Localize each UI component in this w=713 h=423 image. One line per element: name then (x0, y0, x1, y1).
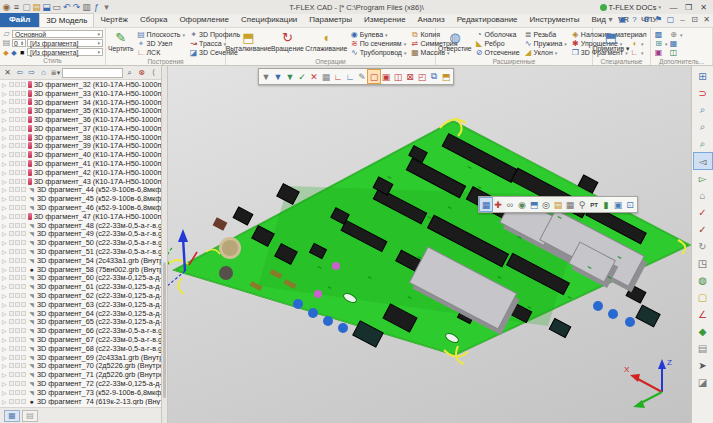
tab-tools[interactable]: Инструменты (524, 13, 586, 27)
visibility-toggle-icon[interactable] (21, 117, 26, 122)
visibility-toggle-icon[interactable] (9, 355, 14, 360)
pipe-button[interactable]: ∿Трубопровод▾ (349, 48, 408, 57)
visibility-icon[interactable]: ◉ (516, 198, 528, 211)
hole-button[interactable]: ◍Отверстие (438, 29, 472, 53)
expander-icon[interactable]: ▷ (2, 362, 9, 369)
visibility-toggle-icon[interactable] (9, 214, 14, 219)
visibility-toggle-icon[interactable] (9, 126, 14, 131)
visibility-toggle-icon[interactable] (15, 82, 20, 87)
full-view-check-button[interactable]: ✓ (694, 204, 712, 220)
visibility-toggle-icon[interactable] (15, 161, 20, 166)
qat-dropdown-icon[interactable]: ▾ (102, 3, 111, 12)
visibility-toggle-icon[interactable] (21, 135, 26, 140)
blue-capacitor[interactable] (323, 316, 333, 326)
style-select[interactable]: Основной▾ (12, 30, 103, 38)
view-next-button[interactable]: ▻ (694, 170, 712, 186)
visibility-toggle-icon[interactable] (21, 179, 26, 184)
capacitor-can[interactable] (219, 266, 233, 280)
visibility-toggle-icon[interactable] (15, 372, 20, 377)
expander-icon[interactable]: ▷ (2, 142, 9, 149)
relations-icon[interactable]: ∞ (504, 198, 516, 211)
expander-icon[interactable]: ▷ (2, 266, 9, 273)
app-logo-icon[interactable]: ◉ (2, 3, 11, 12)
visibility-toggle-icon[interactable] (21, 355, 26, 360)
tools-wrench-icon[interactable]: ⚲ (576, 198, 588, 211)
open-fragment-icon[interactable]: ▤ (552, 198, 564, 211)
visibility-toggle-icon[interactable] (9, 117, 14, 122)
visibility-toggle-icon[interactable] (9, 205, 14, 210)
cancel-selection-icon[interactable]: ✕ (308, 70, 320, 83)
tree-item[interactable]: ▷3D фрагмент_34 (К10-17А-Н50-1000пф-... (0, 98, 161, 107)
lcs-button[interactable]: ∟ЛСК (136, 48, 187, 57)
visibility-toggle-icon[interactable] (15, 249, 20, 254)
tree-item[interactable]: ▷◥3D фрагмент_65 (с22-33м-0,125-а-д-в.gr… (0, 318, 161, 327)
visibility-toggle-icon[interactable] (21, 91, 26, 96)
visibility-toggle-icon[interactable] (21, 249, 26, 254)
draft-button[interactable]: ◢Уклон▾ (523, 48, 568, 57)
visibility-toggle-icon[interactable] (15, 196, 20, 201)
visibility-toggle-icon[interactable] (21, 275, 26, 280)
pan-globe-button[interactable]: ◍ (694, 272, 712, 288)
visibility-toggle-icon[interactable] (15, 135, 20, 140)
preview-icon[interactable]: ▥ (82, 3, 91, 12)
parameters-table-icon[interactable]: ▦ (564, 198, 576, 211)
expander-icon[interactable]: ▷ (2, 213, 9, 220)
tree-item[interactable]: ▷◥3D фрагмент_48 (с22-33м-0,5-а-г-в.grb … (0, 221, 161, 230)
nav-forward-button[interactable]: ⇨ (26, 67, 37, 78)
tree-item[interactable]: ▷3D фрагмент_43 (К10-17А-Н50-1000пф-... (0, 177, 161, 186)
external-model-button[interactable]: ▩ (653, 30, 667, 39)
tree-item[interactable]: ▷3D фрагмент_37 (К10-17А-Н50-1000пф-... (0, 124, 161, 133)
visibility-toggle-icon[interactable] (15, 302, 20, 307)
doc-restore-icon[interactable]: ⊡ (689, 14, 700, 25)
visibility-toggle-icon[interactable] (21, 214, 26, 219)
tree-item[interactable]: ▷◥3D фрагмент_67 (с22-33м-0,5-а-г-в.grb … (0, 335, 161, 344)
visibility-toggle-icon[interactable] (15, 267, 20, 272)
perspective-box-button[interactable]: ◳ (694, 255, 712, 271)
render-material-button[interactable]: ◆ (694, 323, 712, 339)
tree-item[interactable]: ▷◥3D фрагмент_51 (с22-33м-0,5-а-г-в.grb … (0, 247, 161, 256)
axes-blue-icon[interactable]: ∟ (344, 70, 356, 83)
draw-button[interactable]: ✎Чертить (108, 29, 134, 53)
visibility-toggle-icon[interactable] (15, 223, 20, 228)
expander-icon[interactable]: ▷ (2, 98, 9, 105)
main-menu-icon[interactable]: ≡ (12, 3, 21, 12)
pt-badge-icon[interactable]: PT (588, 198, 600, 211)
minimize-button[interactable]: — (666, 1, 681, 13)
tree-item[interactable]: ▷3D фрагмент_40 (К10-17А-Н50-1000пф-... (0, 150, 161, 159)
visibility-toggle-icon[interactable] (9, 91, 14, 96)
expander-icon[interactable]: ▷ (2, 230, 9, 237)
screen-view-icon[interactable]: ▣ (617, 14, 628, 25)
zoom-page-button[interactable]: ⌕ (694, 102, 712, 118)
window-grid-button[interactable]: ⊞ (694, 68, 712, 84)
redo-icon[interactable]: ↷ (72, 3, 81, 12)
window-select-icon[interactable]: ▢ (368, 70, 380, 83)
tree-scrollbar-thumb[interactable] (163, 262, 166, 398)
tree-search-input[interactable] (62, 68, 123, 78)
visibility-toggle-icon[interactable] (15, 205, 20, 210)
bom-button[interactable]: ◫ (668, 48, 682, 57)
expander-icon[interactable]: ▷ (2, 90, 9, 97)
face-tools-button[interactable]: ◖▾ (629, 39, 645, 48)
redraw-check-button[interactable]: ✓ (694, 221, 712, 237)
projector-light-button[interactable]: ▤ (694, 340, 712, 356)
tree-item[interactable]: ▷◥3D фрагмент_54 (2с433а1.grb (Внутрен..… (0, 256, 161, 265)
visibility-toggle-icon[interactable] (9, 346, 14, 351)
diagnostics-page-tab[interactable]: ▤ (22, 410, 38, 422)
variables-icon[interactable]: ƒ (92, 3, 101, 12)
tree-item[interactable]: ▷●3D фрагмент_74 (619к-2-13.grb (Внутре.… (0, 397, 161, 406)
workplane-grid-icon[interactable]: ▦ (320, 70, 332, 83)
connector[interactable] (636, 305, 660, 327)
tree-item[interactable]: ▷3D фрагмент_35 (К10-17А-Н50-1000пф-... (0, 106, 161, 115)
visibility-toggle-icon[interactable] (9, 179, 14, 184)
expander-icon[interactable]: ▷ (2, 318, 9, 325)
visibility-toggle-icon[interactable] (15, 179, 20, 184)
visibility-toggle-icon[interactable] (9, 161, 14, 166)
tree-item[interactable]: ▷◥3D фрагмент_46 (к52-9-100в-6,8мкф+-.2.… (0, 203, 161, 212)
visibility-toggle-icon[interactable] (9, 267, 14, 272)
tab-parameters[interactable]: Параметры (303, 13, 358, 27)
tab-3d-model[interactable]: 3D Модель (39, 13, 94, 27)
visibility-toggle-icon[interactable] (21, 399, 26, 404)
rotate-wheel-icon[interactable]: ◎ (540, 198, 552, 211)
visibility-toggle-icon[interactable] (21, 337, 26, 342)
fragment-select-1[interactable]: [Из фрагмента]▾ (27, 39, 103, 47)
